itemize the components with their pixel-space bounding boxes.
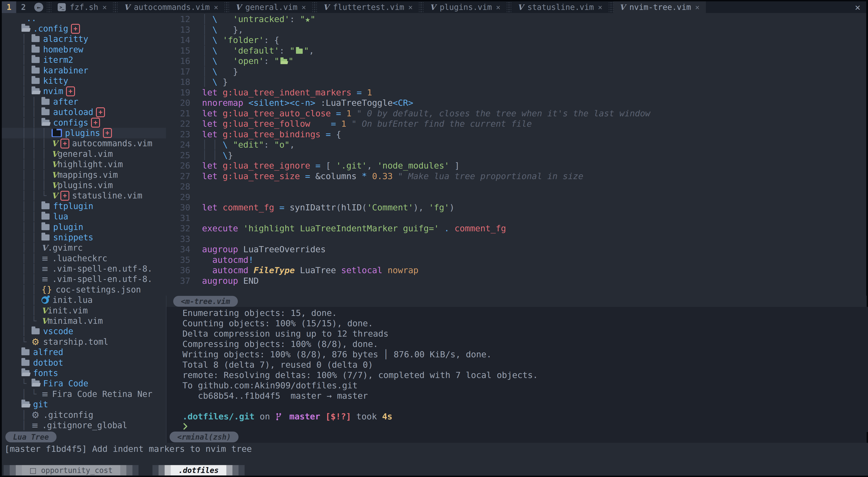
- tree-item-ftplugin[interactable]: │ │ ftplugin: [2, 201, 166, 211]
- tab-close-icon[interactable]: ×: [214, 3, 218, 12]
- editor-line: 34augroup LuaTreeOverrides: [166, 244, 866, 255]
- code-token: [274, 203, 279, 212]
- tree-item-label: statusline.vim: [72, 191, 142, 201]
- tab-plugins.vim[interactable]: Vplugins.vim×: [424, 1, 506, 13]
- tab-close-icon[interactable]: ×: [598, 3, 602, 12]
- tmux-window-dotfiles[interactable]: .dotfiles: [153, 465, 245, 475]
- tree-item-label: plugins: [65, 128, 100, 138]
- editor-line-code: let g:lua_tree_follow = 1 " On bufEnter …: [202, 118, 532, 129]
- tree-item-plugins[interactable]: │ │ │ plugins+: [2, 128, 166, 138]
- tab-close-icon[interactable]: ×: [496, 3, 500, 12]
- close-all-icon[interactable]: ✕: [849, 2, 866, 12]
- line-number: 29: [166, 192, 202, 203]
- tree-item-Fira-Code-Retina-Ner[interactable]: │ └ ≡Fira Code Retina Ner: [2, 389, 166, 399]
- tab-nvim-tree.vim[interactable]: Vnvim-tree.vim×: [613, 1, 706, 13]
- code-token: │: [202, 25, 212, 35]
- line-number: 37: [166, 276, 202, 286]
- tab-close-icon[interactable]: ×: [695, 3, 700, 12]
- code-token: [: [320, 161, 336, 171]
- tree-item-git[interactable]: git: [2, 399, 166, 409]
- code-token: [439, 224, 444, 233]
- file-tree[interactable]: ...config+│ alacritty│ homebrew│ iterm2│…: [2, 13, 166, 431]
- tree-item-general.vim[interactable]: │ │ │ Vgeneral.vim: [2, 149, 166, 159]
- tree-item-vscode[interactable]: │ vscode: [2, 326, 166, 337]
- code-token: =: [336, 108, 341, 118]
- tmux-window-opportunity_cost[interactable]: □opportunity_cost: [4, 465, 138, 475]
- tree-item-configs[interactable]: │ │ configs+: [2, 117, 166, 128]
- code-token: \: [212, 35, 218, 45]
- tree-item-starship.toml[interactable]: └ ⚙starship.toml: [2, 337, 166, 347]
- tree-item-nvim[interactable]: │ nvim+: [2, 86, 166, 97]
- tree-item-karabiner[interactable]: │ karabiner: [2, 65, 166, 76]
- tree-guides: │ │: [21, 295, 41, 305]
- tab-label: statusline.vim: [527, 3, 594, 12]
- tree-item-autoload[interactable]: │ │ autoload+: [2, 107, 166, 117]
- tree-item-mappings.vim[interactable]: │ │ │ Vmappings.vim: [2, 170, 166, 180]
- tab-label: plugins.vim: [440, 3, 492, 12]
- code-token: [228, 140, 233, 149]
- tree-item-dotbot[interactable]: dotbot: [2, 357, 166, 368]
- code-token: [367, 171, 372, 181]
- tree-item-alfred[interactable]: alfred: [2, 347, 166, 357]
- code-token: '.git': [336, 161, 367, 171]
- tree-item-init.lua[interactable]: │ │ init.lua: [2, 295, 166, 305]
- tree-item-lua[interactable]: │ │ lua: [2, 211, 166, 222]
- tree-item-.vim-spell-en.utf-8.[interactable]: │ │ ≡.vim-spell-en.utf-8.: [2, 264, 166, 274]
- line-number: 35: [166, 255, 202, 265]
- tree-item-after[interactable]: │ │ after: [2, 97, 166, 107]
- terminal-pane[interactable]: Enumerating objects: 15, done. Counting …: [166, 307, 868, 432]
- tree-item-fonts[interactable]: fonts: [2, 368, 166, 378]
- tree-item-init.vim[interactable]: │ │ Vinit.vim: [2, 305, 166, 316]
- code-token: Enumerating objects: 15, done.: [177, 308, 337, 318]
- tree-item-label: vscode: [43, 327, 73, 336]
- tree-item-statusline.vim[interactable]: │ │ └ V+statusline.vim: [2, 191, 166, 201]
- editor-line-code: let comment_fg = synIDattr(hlID('Comment…: [202, 202, 455, 213]
- line-number: 20: [166, 98, 202, 108]
- tree-item-Fira-Code[interactable]: └ Fira Code: [2, 378, 166, 389]
- tree-item-snippets[interactable]: │ │ snippets: [2, 232, 166, 243]
- tab-close-icon[interactable]: ×: [408, 3, 413, 12]
- tree-item-..[interactable]: ..: [2, 13, 166, 24]
- tree-item-iterm2[interactable]: │ iterm2: [2, 55, 166, 65]
- tree-item-highlight.vim[interactable]: │ │ │ Vhighlight.vim: [2, 159, 166, 169]
- tree-item-kitty[interactable]: │ kitty: [2, 76, 166, 86]
- tabline: 12←>_fzf.sh×Vautocommands.vim×Vgeneral.v…: [2, 1, 866, 13]
- tree-item-.config[interactable]: .config+: [2, 24, 166, 34]
- tree-item-plugins.vim[interactable]: │ │ │ Vplugins.vim: [2, 180, 166, 190]
- tree-item-label: fonts: [33, 368, 58, 378]
- tree-item-label: nvim: [43, 87, 63, 96]
- editor-buffer-nvim-tree-vim[interactable]: 12│ \ 'untracked': "★"13│ \ },14│ \ 'fol…: [166, 13, 866, 297]
- back-icon[interactable]: ←: [34, 3, 43, 12]
- tree-item-alacritty[interactable]: │ alacritty: [2, 34, 166, 44]
- editor-line-code: │ \ 'open': "": [202, 56, 293, 66]
- tabpage-number-2[interactable]: 2: [16, 1, 31, 13]
- tab-close-icon[interactable]: ×: [102, 3, 107, 12]
- tree-item-autocommands.vim[interactable]: │ │ │ V+autocommands.vim: [2, 138, 166, 149]
- tabpage-number-1[interactable]: 1: [2, 1, 16, 13]
- code-token: [238, 224, 243, 233]
- tree-item-label: Fira Code Retina Ner: [52, 389, 153, 399]
- tree-item-.vim-spell-en.utf-8.[interactable]: │ │ ≡.vim-spell-en.utf-8.: [2, 274, 166, 284]
- tab-close-icon[interactable]: ×: [302, 3, 306, 12]
- tree-item-.gitconfig[interactable]: │ ⚙.gitconfig: [2, 410, 166, 420]
- code-token: [243, 98, 248, 108]
- tree-item-.luacheckrc[interactable]: │ │ ≡.luacheckrc: [2, 253, 166, 264]
- tab-statusline.vim[interactable]: Vstatusline.vim×: [511, 1, 609, 13]
- tab-fluttertest.vim[interactable]: Vfluttertest.vim×: [317, 1, 419, 13]
- code-token: │: [202, 46, 212, 56]
- tree-item-coc-settings.json[interactable]: │ │ {}coc-settings.json: [2, 284, 166, 295]
- tree-item-.gitignore_global[interactable]: │ ≡.gitignore_global: [2, 420, 166, 431]
- tree-item-.gvimrc[interactable]: │ │ V.gvimrc: [2, 243, 166, 253]
- code-token: &columns: [315, 171, 356, 181]
- tree-item-homebrew[interactable]: │ homebrew: [2, 44, 166, 55]
- tree-item-plugin[interactable]: │ │ plugin: [2, 222, 166, 232]
- tab-autocommands.vim[interactable]: Vautocommands.vim×: [118, 1, 224, 13]
- tree-item-label: minimal.vim: [48, 316, 103, 326]
- tree-item-minimal.vim[interactable]: │ └ Vminimal.vim: [2, 316, 166, 326]
- code-token: 'highlight LuaTreeIndentMarker guifg=': [243, 224, 439, 233]
- tab-fzf.sh[interactable]: >_fzf.sh×: [51, 1, 113, 13]
- editor-line-code: augroup END: [202, 276, 259, 286]
- lua-file-icon: [41, 296, 49, 304]
- git-new-badge-icon: +: [71, 24, 80, 34]
- tab-general.vim[interactable]: Vgeneral.vim×: [229, 1, 312, 13]
